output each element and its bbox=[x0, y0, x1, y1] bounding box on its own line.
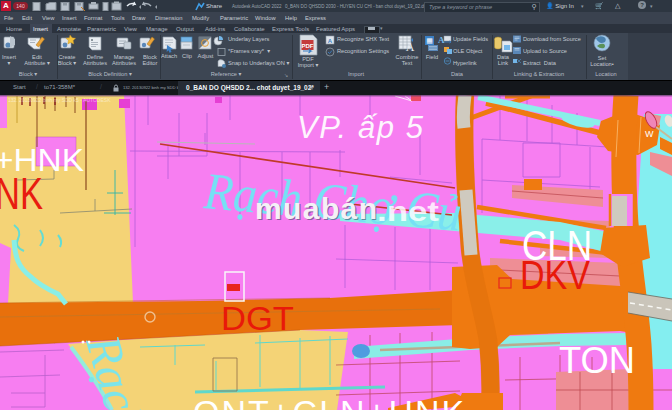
svg-text:TON: TON bbox=[559, 340, 635, 381]
svg-text:W: W bbox=[645, 129, 654, 139]
svg-text:VP. ấp 5: VP. ấp 5 bbox=[297, 110, 425, 145]
svg-text:A: A bbox=[328, 38, 333, 44]
svg-text:PDF: PDF bbox=[302, 43, 314, 49]
svg-text:muabán: muabán bbox=[255, 192, 377, 225]
svg-text:DKV: DKV bbox=[520, 252, 591, 298]
svg-text:NK: NK bbox=[0, 169, 43, 218]
svg-text:.net: .net bbox=[377, 197, 439, 227]
svg-text:132. 20130922 binh my SDD k5 -: 132. 20130922 binh my SDD k5 - AUTODESK bbox=[8, 97, 111, 103]
svg-text:▦: ▦ bbox=[426, 37, 433, 44]
svg-text:ONT+CLN+HNK: ONT+CLN+HNK bbox=[193, 393, 466, 410]
svg-text:A: A bbox=[406, 40, 415, 54]
svg-text:DGT: DGT bbox=[221, 300, 294, 337]
